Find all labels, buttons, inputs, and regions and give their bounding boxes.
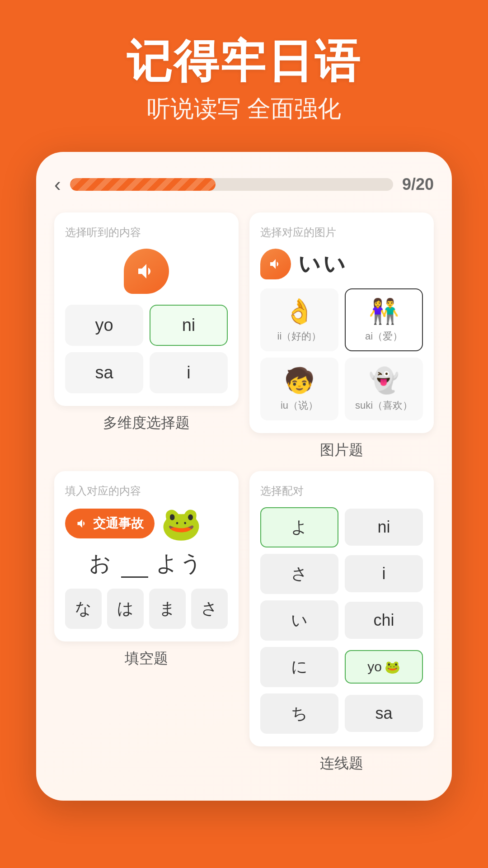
emoji-iu: 🧒 [266,366,333,395]
label-ai: ai（爱） [350,330,418,343]
phone-container: ‹ 9/20 选择听到的内容 yo ni sa i 多维度选择题 [36,152,452,801]
choice-yo[interactable]: yo [65,305,143,346]
card-match: 选择配对 よ ni さ i い chi に yo 🐸 ち sa [249,471,434,774]
fill-mascot: 🐸 [161,507,202,540]
cards-grid: 选择听到的内容 yo ni sa i 多维度选择题 选择对应的图片 [54,212,434,774]
match-right-ni[interactable]: ni [345,509,423,546]
progress-text: 9/20 [402,175,434,194]
card-multiple-choice: 选择听到的内容 yo ni sa i 多维度选择题 [54,212,239,460]
match-left-i[interactable]: い [260,600,338,641]
fill-opt-sa[interactable]: さ [191,589,228,629]
card3-label: 填入对应的内容 [65,484,228,498]
label-ii: ii（好的） [266,330,333,343]
audio-button-large[interactable] [124,249,169,294]
match-mascot: 🐸 [385,660,400,675]
match-grid: よ ni さ i い chi に yo 🐸 ち sa [260,507,423,734]
card-image-choice: 选择对应的图片 いい 👌 ii（好的） 👫 ai（爱） [249,212,434,460]
match-left-ni[interactable]: に [260,647,338,687]
image-choice-ai[interactable]: 👫 ai（爱） [345,288,423,351]
app-title: 记得牢日语 [18,36,470,86]
emoji-ii: 👌 [266,297,333,326]
card2-label: 选择对应的图片 [260,225,423,240]
label-suki: suki（喜欢） [350,399,418,412]
fill-audio-chip[interactable]: 交通事故 [65,509,155,538]
progress-bar-fill [70,178,216,191]
card-image-choice-inner: 选择对应的图片 いい 👌 ii（好的） 👫 ai（爱） [249,212,434,433]
header: 记得牢日语 听说读写 全面强化 [0,0,488,152]
kana-text: いい [298,250,348,278]
audio-kana-row: いい [260,249,423,279]
fill-options: な は ま さ [65,589,228,629]
match-right-sa[interactable]: sa [345,695,423,732]
match-yo-text: yo [367,659,382,675]
progress-bar-background [70,178,393,191]
sentence-after: よう [156,551,204,575]
card4-label: 选择配对 [260,484,423,498]
card2-type-label: 图片题 [249,440,434,460]
fill-sentence: お よう [65,549,228,578]
match-left-yo[interactable]: よ [260,507,338,547]
emoji-suki: 👻 [350,366,418,395]
match-left-chi[interactable]: ち [260,693,338,734]
label-iu: iu（说） [266,399,333,412]
card4-type-label: 连线题 [249,754,434,774]
sentence-before: お [89,551,113,575]
audio-button-small[interactable] [260,249,291,279]
match-right-chi[interactable]: chi [345,602,423,639]
image-choice-iu[interactable]: 🧒 iu（说） [260,358,338,420]
app-subtitle: 听说读写 全面强化 [18,93,470,125]
fill-opt-ha[interactable]: は [107,589,144,629]
card-fill-blank-inner: 填入对应的内容 交通事故 🐸 お よう な は ま [54,471,239,642]
choice-i[interactable]: i [150,352,228,393]
image-choice-ii[interactable]: 👌 ii（好的） [260,288,338,351]
fill-audio-row: 交通事故 🐸 [65,507,228,540]
fill-blank-space [121,552,148,578]
choice-sa[interactable]: sa [65,352,143,393]
card-multiple-choice-inner: 选择听到的内容 yo ni sa i [54,212,239,406]
match-left-sa[interactable]: さ [260,554,338,594]
back-button[interactable]: ‹ [54,175,61,194]
fill-audio-text: 交通事故 [93,515,144,532]
choice-grid: yo ni sa i [65,305,228,393]
image-choice-grid: 👌 ii（好的） 👫 ai（爱） 🧒 iu（说） 👻 suki（喜欢） [260,288,423,420]
card3-type-label: 填空题 [54,649,239,669]
image-choice-suki[interactable]: 👻 suki（喜欢） [345,358,423,420]
choice-ni[interactable]: ni [150,305,228,346]
match-right-i[interactable]: i [345,555,423,592]
emoji-ai: 👫 [350,297,418,326]
fill-opt-ma[interactable]: ま [149,589,186,629]
match-right-yo[interactable]: yo 🐸 [345,650,423,684]
card1-label: 选择听到的内容 [65,225,228,240]
fill-opt-na[interactable]: な [65,589,102,629]
progress-row: ‹ 9/20 [54,175,434,194]
card-fill-blank: 填入对应的内容 交通事故 🐸 お よう な は ま [54,471,239,774]
card1-type-label: 多维度选择题 [54,413,239,433]
card-match-inner: 选择配对 よ ni さ i い chi に yo 🐸 ち sa [249,471,434,746]
